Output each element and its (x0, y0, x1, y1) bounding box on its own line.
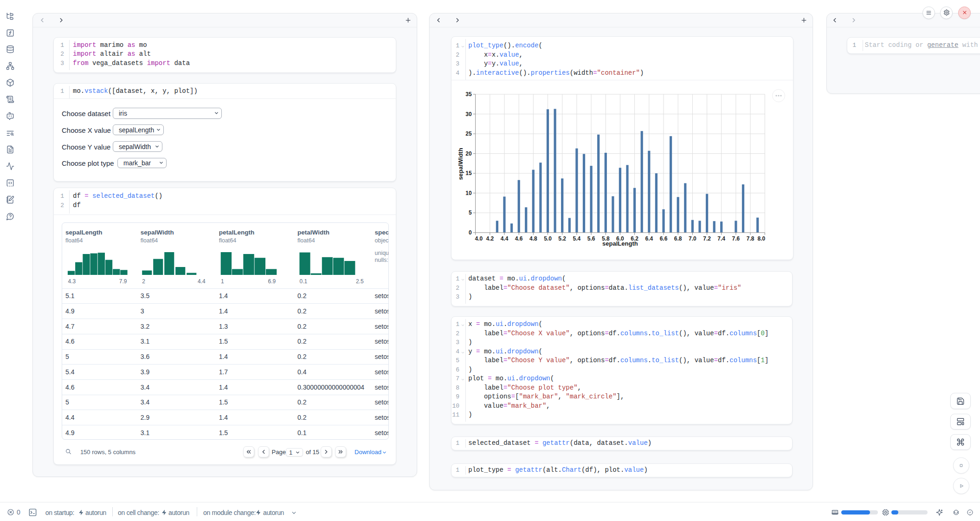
svg-text:4.3: 4.3 (68, 278, 76, 285)
svg-text:5.4: 5.4 (573, 235, 581, 242)
svg-text:4.6: 4.6 (515, 235, 523, 242)
svg-text:6.6: 6.6 (660, 235, 668, 242)
svg-text:5.2: 5.2 (558, 235, 566, 242)
svg-text:5.0: 5.0 (544, 235, 552, 242)
svg-text:sepalLength: sepalLength (602, 240, 638, 247)
svg-text:4.0: 4.0 (475, 235, 483, 242)
svg-text:25: 25 (465, 130, 472, 137)
svg-text:10: 10 (465, 190, 472, 196)
svg-text:7.0: 7.0 (689, 235, 696, 242)
svg-text:4.2: 4.2 (486, 235, 494, 242)
svg-text:sepalWidth: sepalWidth (457, 148, 464, 180)
svg-text:6.8: 6.8 (674, 235, 682, 242)
svg-text:8.0: 8.0 (758, 235, 766, 242)
svg-text:0.1: 0.1 (300, 278, 308, 285)
svg-text:7.4: 7.4 (717, 235, 725, 242)
svg-text:7.9: 7.9 (119, 278, 127, 285)
svg-text:7.2: 7.2 (703, 235, 711, 242)
svg-text:4.4: 4.4 (198, 278, 206, 285)
svg-text:4.8: 4.8 (529, 235, 537, 242)
svg-text:4.4: 4.4 (501, 235, 509, 242)
svg-text:30: 30 (465, 111, 472, 117)
svg-text:15: 15 (465, 170, 472, 176)
svg-text:6.4: 6.4 (645, 235, 653, 242)
svg-text:0: 0 (469, 229, 472, 236)
svg-text:2: 2 (142, 278, 146, 285)
svg-text:7.6: 7.6 (732, 235, 740, 242)
svg-text:5.6: 5.6 (587, 235, 595, 242)
svg-text:1: 1 (221, 278, 224, 285)
svg-text:7.8: 7.8 (747, 235, 754, 242)
svg-text:6.9: 6.9 (268, 278, 276, 285)
svg-text:2.5: 2.5 (356, 278, 364, 285)
svg-text:35: 35 (465, 91, 472, 98)
svg-text:20: 20 (465, 150, 472, 157)
svg-text:5: 5 (469, 209, 472, 216)
